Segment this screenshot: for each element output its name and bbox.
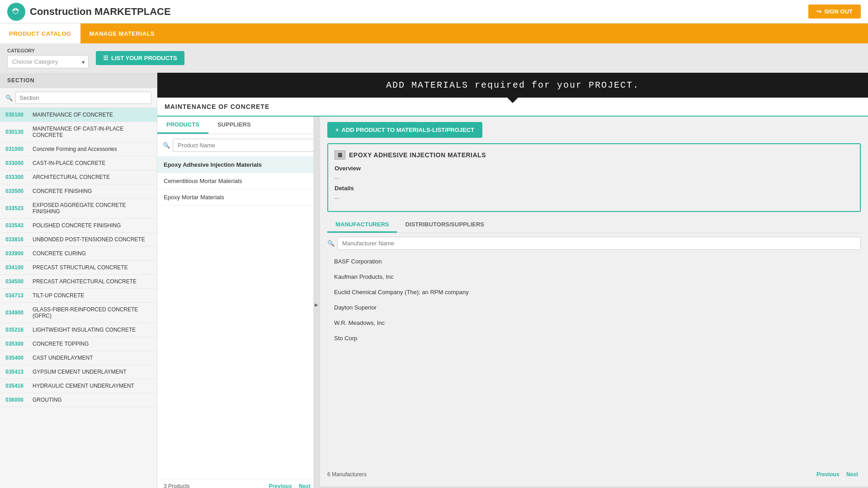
- tab-manufacturers[interactable]: MANUFACTURERS: [327, 217, 397, 233]
- sidebar-item[interactable]: 035416HYDRAULIC CEMENT UNDERLAYMENT: [0, 379, 157, 393]
- sidebar-item[interactable]: 033300ARCHITECTURAL CONCRETE: [0, 170, 157, 184]
- sidebar-item-code: 031000: [5, 146, 27, 152]
- sidebar-item[interactable]: 033523EXPOSED AGGREGATE CONCRETE FINISHI…: [0, 198, 157, 219]
- banner: ADD MATERIALS required for your PROJECT.: [157, 73, 868, 98]
- sign-out-icon: ↪: [816, 8, 821, 15]
- sidebar-item[interactable]: 030100MAINTENANCE OF CONCRETE: [0, 108, 157, 122]
- nav-tabs: PRODUCT CATALOG MANAGE MATERIALS: [0, 23, 868, 43]
- add-product-button[interactable]: + ADD PRODUCT TO MATERIALS-LIST/PROJECT: [327, 122, 482, 138]
- sidebar-item-code: 033500: [5, 188, 27, 194]
- product-item[interactable]: Epoxy Adhesive Injection Materials: [157, 157, 320, 173]
- sidebar-item[interactable]: 033000CAST-IN-PLACE CONCRETE: [0, 156, 157, 170]
- sidebar-item-code: 033543: [5, 222, 27, 229]
- sidebar-item-code: 033523: [5, 205, 27, 211]
- overview-section: Overview ...: [335, 165, 854, 180]
- sidebar-item[interactable]: 035216LIGHTWEIGHT INSULATING CONCRETE: [0, 323, 157, 337]
- sidebar-item-code: 034100: [5, 264, 27, 271]
- sidebar-item-name: Concrete Forming and Accessories: [33, 146, 117, 152]
- sidebar-item-name: GROUTING: [33, 397, 62, 403]
- sidebar-item[interactable]: 033543POLISHED CONCRETE FINISHING: [0, 219, 157, 233]
- tab-manage-materials[interactable]: MANAGE MATERIALS: [80, 23, 164, 43]
- details-section: Details ...: [335, 185, 854, 200]
- sidebar-item-name: MAINTENANCE OF CAST-IN-PLACE CONCRETE: [33, 126, 151, 138]
- sidebar-item-code: 034500: [5, 278, 27, 285]
- sidebar-header: SECTION: [0, 73, 157, 88]
- manufacturer-item[interactable]: Dayton Superior: [328, 300, 860, 315]
- manufacturer-item[interactable]: BASF Corporation: [328, 254, 860, 269]
- sidebar-item[interactable]: 031000Concrete Forming and Accessories: [0, 142, 157, 156]
- list-icon: ☰: [103, 55, 108, 61]
- tab-products[interactable]: PRODUCTS: [157, 117, 208, 134]
- sidebar-search-input[interactable]: [15, 92, 151, 104]
- content-area: ADD MATERIALS required for your PROJECT.…: [157, 73, 868, 488]
- products-search-icon: 🔍: [163, 142, 170, 149]
- tab-distributors[interactable]: DISTRIBUTORS/SUPPLIERS: [397, 217, 492, 233]
- sidebar-item[interactable]: 035413GYPSUM CEMENT UNDERLAYMENT: [0, 365, 157, 379]
- manufacturer-item[interactable]: Sto Corp: [328, 331, 860, 346]
- details-content: ...: [335, 193, 854, 200]
- sidebar-item[interactable]: 034100PRECAST STRUCTURAL CONCRETE: [0, 261, 157, 275]
- sidebar-item[interactable]: 036000GROUTING: [0, 393, 157, 407]
- sidebar-item[interactable]: 034500PRECAST ARCHITECTURAL CONCRETE: [0, 275, 157, 289]
- sidebar-item[interactable]: 034900GLASS-FIBER-REINFORCED CONCRETE (G…: [0, 303, 157, 323]
- manufacturers-section: MANUFACTURERS DISTRIBUTORS/SUPPLIERS 🔍 B…: [327, 217, 861, 481]
- manufacturer-item[interactable]: Euclid Chemical Company (The); an RPM co…: [328, 285, 860, 300]
- sidebar-item-name: POLISHED CONCRETE FINISHING: [33, 222, 121, 229]
- overview-label: Overview: [335, 165, 854, 172]
- manufacturer-count: 6 Manufacturers: [327, 471, 367, 478]
- tab-product-catalog[interactable]: PRODUCT CATALOG: [0, 23, 80, 43]
- sidebar-search-icon: 🔍: [5, 94, 13, 101]
- sidebar-item[interactable]: 033816UNBONDED POST-TENSIONED CONCRETE: [0, 233, 157, 247]
- brand-title-bold: MARKETPLACE: [94, 6, 171, 17]
- sign-out-label: SIGN OUT: [824, 8, 853, 15]
- sidebar-item[interactable]: 035400CAST UNDERLAYMENT: [0, 351, 157, 365]
- product-search-input[interactable]: [173, 139, 314, 152]
- category-select[interactable]: Choose Category: [7, 55, 89, 68]
- category-select-wrap: Choose Category: [7, 55, 89, 68]
- manufacturer-item[interactable]: Kaufman Products, Inc: [328, 269, 860, 285]
- sidebar-item-name: GYPSUM CEMENT UNDERLAYMENT: [33, 369, 127, 375]
- manufacturer-item[interactable]: W.R. Meadows, Inc: [328, 315, 860, 331]
- product-prev-button[interactable]: Previous: [266, 483, 295, 488]
- products-scroll-right[interactable]: ▶: [313, 117, 320, 488]
- product-count: 3 Products: [164, 483, 189, 488]
- product-detail-title: 🖼 EPOXY ADHESIVE INJECTION MATERIALS: [335, 150, 854, 160]
- sidebar-item-code: 036000: [5, 397, 27, 403]
- list-products-label: LIST YOUR PRODUCTS: [111, 55, 177, 61]
- product-detail-card: 🖼 EPOXY ADHESIVE INJECTION MATERIALS Ove…: [327, 143, 861, 212]
- panels-row: PRODUCTS SUPPLIERS 🔍 Epoxy Adhesive Inje…: [157, 117, 868, 488]
- sign-out-button[interactable]: ↪ SIGN OUT: [808, 5, 861, 19]
- sidebar-item-name: CAST UNDERLAYMENT: [33, 355, 93, 361]
- manufacturer-next-button[interactable]: Next: [844, 471, 861, 478]
- sidebar-item-code: 030130: [5, 129, 27, 135]
- sidebar-item[interactable]: 035300CONCRETE TOPPING: [0, 337, 157, 351]
- product-next-button[interactable]: Next: [296, 483, 313, 488]
- sidebar-item-name: LIGHTWEIGHT INSULATING CONCRETE: [33, 327, 136, 333]
- product-footer: 3 Products Previous Next: [157, 479, 320, 488]
- main-layout: SECTION 🔍 030100MAINTENANCE OF CONCRETE0…: [0, 73, 868, 488]
- product-item[interactable]: Cementitious Mortar Materials: [157, 173, 320, 189]
- sidebar-item-name: MAINTENANCE OF CONCRETE: [33, 112, 113, 118]
- sidebar-item-code: 035413: [5, 369, 27, 375]
- list-products-button[interactable]: ☰ LIST YOUR PRODUCTS: [96, 51, 184, 65]
- product-list: Epoxy Adhesive Injection MaterialsCement…: [157, 157, 320, 479]
- manufacturer-prev-button[interactable]: Previous: [814, 471, 842, 478]
- sidebar-item-name: HYDRAULIC CEMENT UNDERLAYMENT: [33, 383, 134, 389]
- category-bar: CATEGORY Choose Category ☰ LIST YOUR PRO…: [0, 43, 868, 73]
- sidebar-item-name: TILT-UP CONCRETE: [33, 292, 84, 299]
- sidebar-item-code: 034713: [5, 292, 27, 299]
- product-item[interactable]: Epoxy Mortar Materials: [157, 189, 320, 206]
- sidebar-item-code: 033816: [5, 236, 27, 243]
- manufacturer-pagination: Previous Next: [814, 471, 861, 478]
- tab-suppliers[interactable]: SUPPLIERS: [208, 117, 260, 134]
- manufacturers-tabs: MANUFACTURERS DISTRIBUTORS/SUPPLIERS: [327, 217, 861, 233]
- sidebar-item[interactable]: 033900CONCRETE CURING: [0, 247, 157, 261]
- sidebar-item[interactable]: 034713TILT-UP CONCRETE: [0, 289, 157, 303]
- add-icon: +: [335, 127, 339, 133]
- products-search: 🔍: [157, 134, 320, 157]
- category-label: CATEGORY: [7, 48, 89, 53]
- sidebar-item[interactable]: 030130MAINTENANCE OF CAST-IN-PLACE CONCR…: [0, 122, 157, 142]
- manufacturer-search-input[interactable]: [337, 237, 861, 250]
- product-image-icon: 🖼: [335, 150, 345, 160]
- sidebar-item[interactable]: 033500CONCRETE FINISHING: [0, 184, 157, 198]
